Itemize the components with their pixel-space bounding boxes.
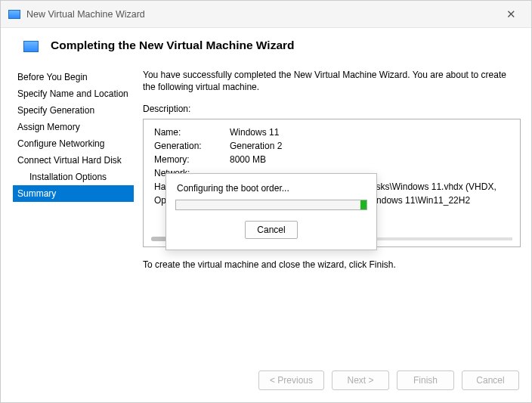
nav-specify-name[interactable]: Specify Name and Location [13, 85, 134, 102]
footer: < Previous Next > Finish Cancel [1, 358, 531, 402]
progress-bar [175, 200, 367, 210]
nav-steps: Before You Begin Specify Name and Locati… [13, 66, 134, 358]
nav-installation-options[interactable]: Installation Options [13, 169, 134, 185]
close-icon[interactable]: ✕ [499, 5, 524, 24]
nav-specify-generation[interactable]: Specify Generation [13, 102, 134, 119]
progress-dialog: Configuring the boot order... Cancel [165, 173, 377, 250]
intro-text: You have successfully completed the New … [143, 69, 521, 93]
finish-button[interactable]: Finish [397, 370, 454, 390]
row-memory: Memory:8000 MB [154, 153, 509, 166]
finish-hint: To create the virtual machine and close … [143, 259, 521, 270]
nav-summary[interactable]: Summary [13, 185, 134, 202]
app-icon [8, 10, 20, 19]
wizard-window: New Virtual Machine Wizard ✕ Completing … [0, 0, 532, 403]
progress-fill [360, 200, 367, 209]
progress-cancel-button[interactable]: Cancel [245, 221, 298, 239]
row-name: Name:Windows 11 [154, 126, 509, 139]
titlebar: New Virtual Machine Wizard ✕ [1, 1, 531, 28]
wizard-header: Completing the New Virtual Machine Wizar… [1, 28, 531, 66]
nav-before-you-begin[interactable]: Before You Begin [13, 69, 134, 85]
window-title: New Virtual Machine Wizard [26, 9, 499, 20]
row-generation: Generation:Generation 2 [154, 139, 509, 153]
nav-configure-networking[interactable]: Configure Networking [13, 135, 134, 152]
page-heading: Completing the New Virtual Machine Wizar… [51, 39, 295, 52]
description-label: Description: [143, 104, 521, 114]
next-button[interactable]: Next > [332, 370, 389, 390]
previous-button[interactable]: < Previous [258, 370, 324, 390]
nav-assign-memory[interactable]: Assign Memory [13, 119, 134, 135]
cancel-button[interactable]: Cancel [462, 370, 519, 390]
nav-connect-vhd[interactable]: Connect Virtual Hard Disk [13, 152, 134, 169]
progress-message: Configuring the boot order... [175, 183, 367, 194]
wizard-icon [23, 41, 39, 52]
